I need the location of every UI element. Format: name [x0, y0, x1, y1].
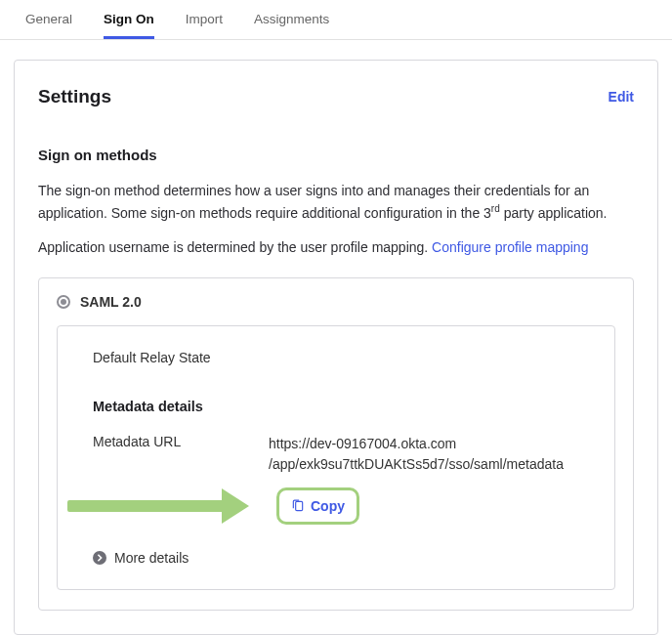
chevron-right-icon: [93, 551, 106, 565]
default-relay-state-label: Default Relay State: [93, 350, 585, 365]
tab-sign-on[interactable]: Sign On: [104, 12, 154, 39]
tab-assignments[interactable]: Assignments: [254, 12, 329, 39]
signon-description: The sign-on method determines how a user…: [38, 181, 634, 224]
saml-details-box: Default Relay State Metadata details Met…: [57, 325, 615, 590]
clipboard-icon: [291, 499, 305, 513]
saml-radio-label: SAML 2.0: [80, 294, 142, 310]
tab-import[interactable]: Import: [186, 12, 223, 39]
more-details-toggle[interactable]: More details: [93, 550, 585, 566]
copy-button[interactable]: Copy: [276, 487, 359, 525]
signon-methods-heading: Sign on methods: [38, 147, 634, 163]
metadata-details-heading: Metadata details: [93, 399, 585, 414]
metadata-url-value: https://dev-09167004.okta.com /app/exk9s…: [269, 434, 564, 476]
saml-panel: SAML 2.0 Default Relay State Metadata de…: [38, 277, 634, 611]
configure-profile-mapping-link[interactable]: Configure profile mapping: [432, 239, 588, 255]
metadata-url-label: Metadata URL: [93, 434, 249, 476]
metadata-url-row: Metadata URL https://dev-09167004.okta.c…: [93, 434, 585, 476]
settings-panel: Settings Edit Sign on methods The sign-o…: [14, 60, 658, 635]
edit-button[interactable]: Edit: [609, 89, 634, 105]
highlight-arrow: Copy: [67, 484, 585, 529]
copy-button-label: Copy: [311, 498, 345, 514]
more-details-label: More details: [114, 550, 189, 566]
svg-rect-0: [296, 501, 303, 510]
tab-bar: General Sign On Import Assignments: [0, 0, 672, 40]
username-mapping-text: Application username is determined by th…: [38, 237, 634, 258]
saml-radio[interactable]: [57, 295, 70, 309]
tab-general[interactable]: General: [25, 12, 72, 39]
settings-title: Settings: [38, 86, 111, 107]
